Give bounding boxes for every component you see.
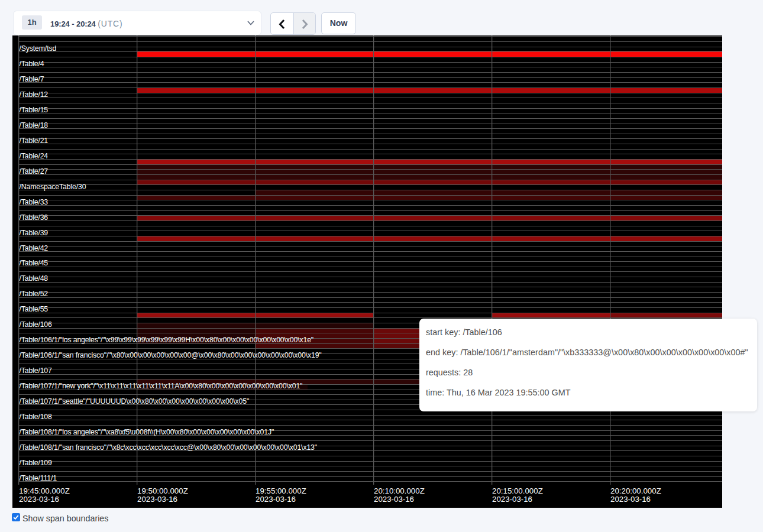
svg-text:/Table/24: /Table/24 [20, 152, 49, 160]
svg-text:/Table/107/1/"new york"/"\x11\: /Table/107/1/"new york"/"\x11\x11\x11\x1… [20, 382, 303, 390]
svg-text:/Table/52: /Table/52 [20, 290, 49, 298]
svg-text:/Table/7: /Table/7 [20, 75, 44, 83]
svg-text:/Table/18: /Table/18 [20, 121, 49, 129]
svg-text:/Table/33: /Table/33 [20, 198, 49, 206]
svg-text:/Table/106/1/"san francisco"/": /Table/106/1/"san francisco"/"\x80\x00\x… [20, 351, 322, 359]
svg-text:/Table/108: /Table/108 [20, 413, 53, 421]
svg-text:19:55:00.000Z: 19:55:00.000Z [256, 486, 306, 495]
svg-text:2023-03-16: 2023-03-16 [374, 495, 414, 504]
svg-text:2023-03-16: 2023-03-16 [492, 495, 532, 504]
svg-text:/Table/21: /Table/21 [20, 137, 49, 145]
svg-text:/Table/107: /Table/107 [20, 366, 53, 375]
svg-text:20:15:00.000Z: 20:15:00.000Z [492, 486, 543, 495]
svg-text:/Table/108/1/"los angeles"/"\x: /Table/108/1/"los angeles"/"\xa8\xf5\u00… [20, 428, 274, 436]
svg-text:/Table/4: /Table/4 [20, 60, 44, 68]
svg-text:/Table/45: /Table/45 [20, 259, 49, 267]
svg-text:/Table/12: /Table/12 [20, 90, 49, 99]
svg-text:/Table/106: /Table/106 [20, 320, 53, 329]
svg-text:/Table/108/1/"san francisco"/": /Table/108/1/"san francisco"/"\x8c\xcc\x… [20, 443, 317, 452]
svg-text:/Table/42: /Table/42 [20, 244, 49, 252]
svg-text:19:45:00.000Z: 19:45:00.000Z [19, 486, 70, 495]
svg-text:20:20:00.000Z: 20:20:00.000Z [610, 486, 661, 495]
svg-text:/Table/36: /Table/36 [20, 213, 49, 222]
svg-text:/Table/27: /Table/27 [20, 167, 49, 176]
svg-text:/Table/55: /Table/55 [20, 305, 49, 313]
svg-text:/Table/107/1/"seattle"/"UUUUUU: /Table/107/1/"seattle"/"UUUUUUD\x00\x80\… [20, 397, 250, 406]
svg-text:2023-03-16: 2023-03-16 [610, 495, 651, 504]
svg-text:2023-03-16: 2023-03-16 [19, 495, 59, 504]
svg-text:/Table/39: /Table/39 [20, 229, 49, 237]
svg-text:2023-03-16: 2023-03-16 [137, 495, 177, 504]
svg-text:20:10:00.000Z: 20:10:00.000Z [374, 486, 425, 495]
svg-text:/Table/111/1: /Table/111/1 [20, 474, 57, 482]
svg-text:/Table/48: /Table/48 [20, 274, 49, 283]
svg-text:19:50:00.000Z: 19:50:00.000Z [137, 486, 188, 495]
svg-text:/NamespaceTable/30: /NamespaceTable/30 [20, 183, 86, 191]
svg-text:/Table/109: /Table/109 [20, 459, 53, 467]
svg-text:/Table/106/1/"los angeles"/"\x: /Table/106/1/"los angeles"/"\x99\x99\x99… [20, 336, 314, 344]
svg-text:/Table/15: /Table/15 [20, 106, 49, 114]
svg-text:/System/tsd: /System/tsd [20, 44, 57, 53]
svg-text:2023-03-16: 2023-03-16 [256, 495, 296, 504]
